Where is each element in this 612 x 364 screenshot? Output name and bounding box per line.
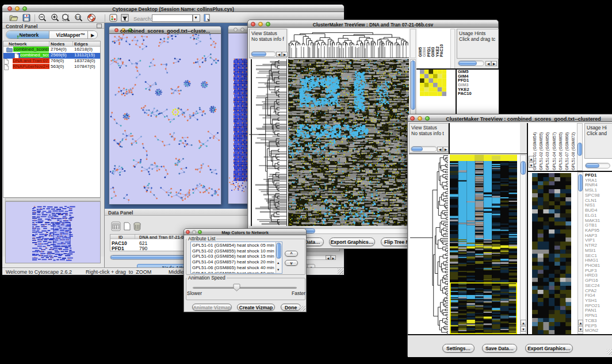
svg-text:1:1: 1:1 [76,16,81,19]
